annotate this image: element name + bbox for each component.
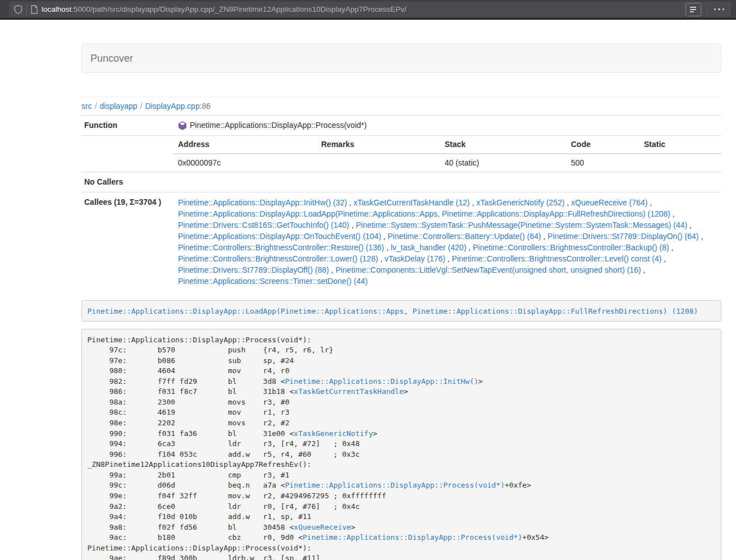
callee-link[interactable]: xTaskGetCurrentTaskHandle (12) [354,198,470,207]
no-callers-label: No Callers [81,172,173,192]
callee-separator: , [670,209,675,218]
asm-line: Pinetime::Applications::DisplayApp::Proc… [88,543,716,554]
function-label: Function [81,116,173,136]
asm-line: 996: f104 053c add.w r5, r4, #60 ; 0x3c [88,449,716,460]
assembly-code: Pinetime::Applications::DisplayApp::Proc… [88,335,716,560]
callee-link[interactable]: Pinetime::Controllers::BrightnessControl… [178,254,378,263]
callee-link[interactable]: Pinetime::Controllers::BrightnessControl… [452,254,661,263]
asm-symbol-link[interactable]: Pinetime::Applications::DisplayApp::Proc… [285,481,505,489]
url-bar[interactable]: localhost:5000/path/src/displayapp/Displ… [9,2,731,17]
highlighted-symbol-link[interactable]: Pinetime::Applications::DisplayApp::Load… [88,307,698,315]
col-header-address: Address [173,136,317,154]
metrics-value-row: 0x0000097c 40 (static) 500 [173,154,721,172]
breadcrumb-link-file[interactable]: DisplayApp.cpp [145,102,199,111]
asm-line: 99c: d06d beq.n a7a <Pinetime::Applicati… [88,480,716,491]
callee-link[interactable]: Pinetime::Applications::Screens::Timer::… [178,277,368,286]
asm-symbol-link[interactable]: Pinetime::Applications::DisplayApp::Init… [285,377,478,385]
callee-link[interactable]: xQueueReceive (764) [571,198,647,207]
stack-value: 40 (static) [440,154,566,172]
col-header-code: Code [566,136,639,154]
callee-separator: , [661,254,666,263]
breadcrumb-line-number: :86 [200,102,211,111]
callee-line: Pinetime::Controllers::BrightnessControl… [178,253,717,264]
col-header-stack: Stack [440,136,566,154]
brand-title[interactable]: Puncover [82,53,133,65]
callee-link[interactable]: Pinetime::Controllers::BrightnessControl… [178,243,384,252]
callee-separator: , [687,221,692,229]
col-header-remarks: Remarks [317,136,440,154]
asm-line: 98e: 2202 movs r2, #2 [88,418,716,429]
callee-separator: , [347,198,354,207]
callee-link[interactable]: Pinetime::Drivers::St7789::DisplayOn() (… [547,232,698,241]
callee-link[interactable]: Pinetime::Controllers::BrightnessControl… [473,243,669,252]
callee-link[interactable]: xTaskGenericNotify (252) [476,198,564,207]
callee-link[interactable]: Pinetime::Drivers::St7789::DisplayOff() … [178,265,329,274]
asm-line: 986: f031 f8c7 bl 31b18 <xTaskGetCurrent… [88,387,716,397]
callee-link[interactable]: vTaskDelay (176) [385,254,445,263]
callee-separator: , [699,232,703,241]
asm-line: 9ae: f89d 300b ldrb.w r3, [sp, #11] [88,553,716,560]
callee-separator: , [565,198,572,207]
asm-line: _ZN8Pinetime12Applications10DisplayApp7R… [88,460,716,470]
callee-separator: , [641,265,646,274]
shield-icon[interactable] [13,4,23,15]
callee-separator: , [445,254,452,263]
divider [707,4,707,15]
page: Puncover src/displayapp/DisplayApp.cpp:8… [0,20,736,560]
static-value [639,154,721,172]
col-header-static: Static [639,136,721,154]
brand-panel: Puncover [81,44,721,73]
callee-separator: , [329,265,336,274]
asm-line: 9a8: f02f fd56 bl 30458 <xQueueReceive> [88,522,716,533]
function-row: Function Pinetime::Applications::Display… [81,116,721,136]
callee-line: Pinetime::Applications::DisplayApp::OnTo… [178,231,717,242]
callee-link[interactable]: Pinetime::System::SystemTask::PushMessag… [356,221,688,229]
asm-line: 97e: b086 sub sp, #24 [88,356,716,366]
metrics-row: Address Remarks Stack Code Static 0x0000… [81,136,721,172]
asm-symbol-link[interactable]: Pinetime::Applications::DisplayApp::Proc… [303,533,522,541]
breadcrumb-link-src[interactable]: src [81,102,92,111]
callee-line: Pinetime::Applications::DisplayApp::Init… [178,197,717,208]
breadcrumb-separator: / [95,102,97,111]
asm-line: 98a: 2300 movs r3, #0 [88,397,716,408]
callee-separator: , [669,243,674,252]
package-icon [178,121,187,130]
divider-rule [81,97,721,97]
inner-metrics-table: Address Remarks Stack Code Static 0x0000… [173,136,721,172]
callee-link[interactable]: Pinetime::Applications::DisplayApp::Load… [178,209,670,218]
address-value: 0x0000097c [173,154,317,172]
callee-link[interactable]: Pinetime::Applications::DisplayApp::OnTo… [178,232,381,241]
callee-separator: , [467,243,473,252]
callee-link[interactable]: Pinetime::Applications::DisplayApp::Init… [178,198,347,207]
callee-link[interactable]: Pinetime::Controllers::Battery::Update()… [388,232,541,241]
page-icon [30,5,38,14]
function-name: Pinetime::Applications::DisplayApp::Proc… [190,120,367,131]
code-value: 500 [566,154,639,172]
asm-line: 97c: b570 push {r4, r5, r6, lr} [88,345,716,356]
url-text[interactable]: localhost:5000/path/src/displayapp/Displ… [42,5,685,13]
callee-link[interactable]: Pinetime::Drivers::Cst816S::GetTouchInfo… [178,221,349,229]
url-path: :5000/path/src/displayapp/DisplayApp.cpp… [71,5,406,13]
callee-separator: , [541,232,548,241]
breadcrumb-link-displayapp[interactable]: displayapp [100,102,138,111]
callee-link[interactable]: Pinetime::Components::LittleVgl::SetNewT… [336,265,641,274]
callee-separator: , [381,232,388,241]
asm-line: 990: f031 fa36 bl 31e00 <xTaskGenericNot… [88,429,716,439]
callees-list: Pinetime::Applications::DisplayApp::Init… [173,192,721,292]
asm-line: 980: 4604 mov r4, r0 [88,366,716,377]
asm-line: Pinetime::Applications::DisplayApp::Proc… [88,335,716,346]
meatball-menu-icon[interactable] [714,8,725,11]
asm-symbol-link[interactable]: xTaskGenericNotify [294,429,373,438]
callee-line: Pinetime::Applications::DisplayApp::Load… [178,208,717,219]
asm-line: 99e: f04f 32ff mov.w r2, #4294967295 ; 0… [88,491,716,502]
reader-mode-icon[interactable] [685,3,701,16]
asm-symbol-link[interactable]: xTaskGetCurrentTaskHandle [294,387,404,396]
asm-symbol-link[interactable]: xQueueReceive [294,523,351,531]
asm-line: 982: f7ff fd29 bl 3d8 <Pinetime::Applica… [88,377,716,387]
asm-line: 994: 6ca3 ldr r3, [r4, #72] ; 0x48 [88,439,716,449]
asm-line: 99a: 2b01 cmp r3, #1 [88,470,716,481]
callee-link[interactable]: lv_task_handler (420) [391,243,467,252]
remarks-value [317,154,440,172]
asm-line: 9a2: 6ce0 ldr r0, [r4, #76] ; 0x4c [88,502,716,512]
callees-label: Callees (19, Σ=3704 ) [81,192,173,292]
